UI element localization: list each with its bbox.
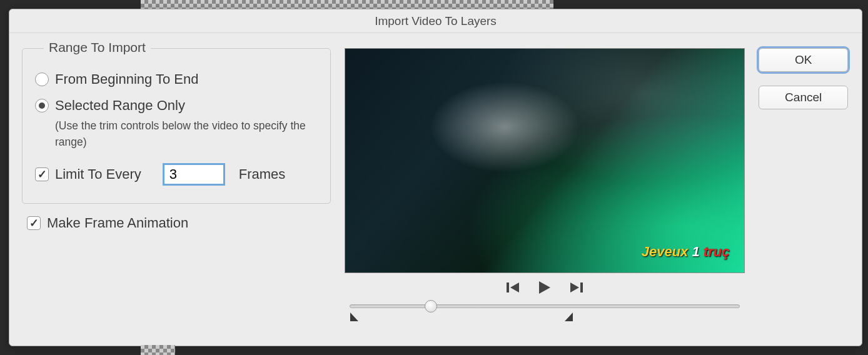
- subtitle-word-3: truç: [704, 244, 730, 259]
- subtitle-word-2: 1: [692, 244, 699, 259]
- svg-rect-3: [580, 282, 583, 292]
- radio-from-beginning-input[interactable]: [35, 72, 49, 86]
- svg-marker-6: [565, 312, 573, 321]
- limit-every-checkbox[interactable]: [35, 168, 49, 181]
- dialog-title: Import Video To Layers: [9, 9, 862, 33]
- radio-selected-range-input[interactable]: [35, 99, 49, 112]
- transport-controls: [345, 281, 745, 294]
- video-subtitle: Jeveux 1 truç: [642, 244, 730, 260]
- cancel-button[interactable]: Cancel: [759, 86, 848, 109]
- trim-end-handle[interactable]: [563, 312, 573, 322]
- make-frame-animation-row: Make Frame Animation: [27, 215, 331, 231]
- video-preview: Jeveux 1 truç: [345, 48, 745, 273]
- preview-image-placeholder: [345, 49, 744, 272]
- subtitle-word-1: Jeveux: [642, 244, 689, 259]
- range-to-import-group: Range To Import From Beginning To End Se…: [22, 48, 331, 204]
- svg-marker-1: [510, 282, 519, 292]
- radio-from-beginning[interactable]: From Beginning To End: [35, 71, 318, 88]
- range-legend: Range To Import: [44, 40, 151, 55]
- limit-every-row: Limit To Every Frames: [35, 163, 318, 186]
- background-checker-bottom: [141, 345, 175, 355]
- radio-selected-range[interactable]: Selected Range Only: [35, 98, 318, 114]
- svg-rect-0: [507, 282, 509, 292]
- play-icon[interactable]: [538, 281, 552, 294]
- limit-every-suffix: Frames: [239, 166, 286, 182]
- slider-track[interactable]: [350, 304, 740, 308]
- trim-start-handle[interactable]: [350, 312, 360, 322]
- limit-every-label: Limit To Every: [55, 166, 141, 182]
- selected-range-hint: (Use the trim controls below the video t…: [55, 118, 318, 151]
- svg-marker-5: [350, 312, 358, 321]
- make-frame-animation-label: Make Frame Animation: [47, 215, 188, 231]
- trim-slider[interactable]: [345, 301, 745, 326]
- svg-marker-4: [570, 282, 579, 292]
- background-checker-top: [141, 0, 553, 9]
- ok-button[interactable]: OK: [759, 48, 848, 72]
- radio-from-beginning-label: From Beginning To End: [55, 71, 199, 88]
- step-forward-icon[interactable]: [567, 281, 583, 294]
- slider-playhead[interactable]: [425, 300, 437, 312]
- import-video-dialog: Import Video To Layers Range To Import F…: [9, 9, 862, 346]
- radio-selected-range-label: Selected Range Only: [55, 98, 185, 114]
- make-frame-animation-checkbox[interactable]: [27, 216, 41, 230]
- limit-every-input[interactable]: [163, 163, 225, 186]
- svg-marker-2: [539, 281, 550, 294]
- step-back-icon[interactable]: [507, 281, 523, 294]
